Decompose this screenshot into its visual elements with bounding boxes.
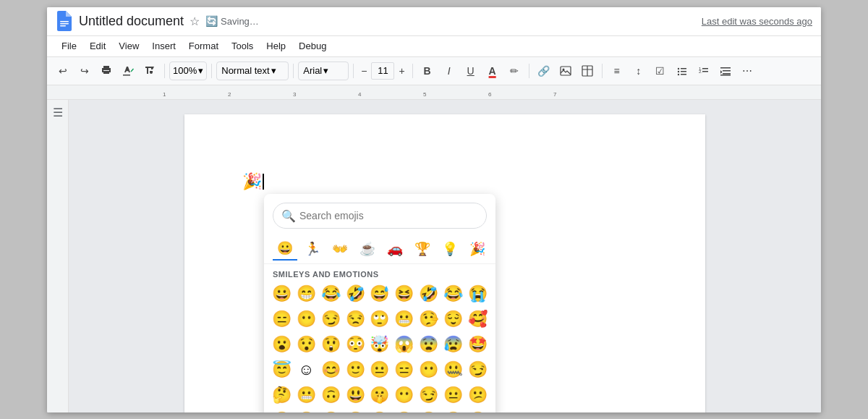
font-size-display[interactable]: 11 bbox=[371, 62, 394, 80]
emoji-cell[interactable]: 😒 bbox=[344, 307, 367, 331]
emoji-cell[interactable]: 😑 bbox=[392, 357, 416, 382]
emoji-cell[interactable]: 🤔 bbox=[270, 383, 294, 407]
emoji-cell[interactable]: 😯 bbox=[294, 332, 318, 357]
emoji-cell[interactable]: 😬 bbox=[392, 307, 416, 331]
emoji-cell[interactable]: 😆 bbox=[392, 282, 416, 306]
emoji-cell[interactable]: 😏 bbox=[319, 307, 343, 331]
emoji-cell[interactable]: 🤣 bbox=[417, 282, 441, 306]
emoji-cell[interactable]: 🤩 bbox=[466, 332, 490, 357]
emoji-cell[interactable]: 🤐 bbox=[441, 357, 465, 382]
emoji-cell[interactable]: 😲 bbox=[319, 332, 343, 357]
emoji-cell[interactable]: 😐 bbox=[368, 357, 392, 382]
emoji-cell[interactable]: 🙂 bbox=[344, 357, 367, 382]
emoji-cell[interactable]: 😕 bbox=[466, 383, 490, 407]
emoji-cell[interactable]: 😔 bbox=[319, 408, 343, 412]
document-page[interactable]: 🎉 🔍 😀 🏃 👐 ☕ bbox=[184, 114, 705, 412]
outline-icon[interactable]: ☰ bbox=[53, 106, 63, 119]
checklist-button[interactable]: ☑ bbox=[650, 61, 671, 81]
font-selector[interactable]: Arial ▾ bbox=[298, 62, 349, 80]
emoji-cell[interactable]: 😐 bbox=[441, 383, 465, 407]
spellcheck-button[interactable] bbox=[118, 61, 138, 81]
cat-gestures[interactable]: 👐 bbox=[328, 238, 352, 260]
more-options-button[interactable]: ⋯ bbox=[737, 61, 757, 81]
cat-food[interactable]: ☕ bbox=[355, 238, 380, 260]
emoji-cell[interactable]: 😀 bbox=[270, 282, 294, 306]
emoji-cell[interactable]: 😩 bbox=[466, 408, 490, 412]
menu-file[interactable]: File bbox=[56, 38, 82, 54]
menu-help[interactable]: Help bbox=[260, 38, 292, 54]
numbered-list-button[interactable]: 1.2. bbox=[694, 61, 714, 81]
emoji-cell[interactable]: 😂 bbox=[319, 282, 343, 306]
emoji-cell[interactable]: 😢 bbox=[294, 408, 318, 412]
bold-button[interactable]: B bbox=[417, 61, 438, 81]
document-area[interactable]: 🎉 🔍 😀 🏃 👐 ☕ bbox=[69, 100, 821, 412]
menu-view[interactable]: View bbox=[113, 38, 145, 54]
emoji-cell[interactable]: 😨 bbox=[417, 332, 441, 357]
emoji-cell[interactable]: 😌 bbox=[441, 307, 465, 331]
emoji-cell[interactable]: 🤯 bbox=[368, 332, 392, 357]
emoji-cell[interactable]: 😳 bbox=[344, 332, 367, 357]
print-button[interactable] bbox=[96, 61, 116, 81]
last-edit-text[interactable]: Last edit was seconds ago bbox=[702, 16, 812, 27]
emoji-cell[interactable]: 😮 bbox=[270, 332, 294, 357]
emoji-cell[interactable]: 😂 bbox=[441, 282, 465, 306]
image-button[interactable] bbox=[556, 61, 576, 81]
emoji-cell[interactable]: 😬 bbox=[294, 383, 318, 407]
line-spacing-button[interactable]: ↕ bbox=[629, 61, 649, 81]
font-size-plus[interactable]: + bbox=[396, 64, 407, 78]
emoji-cell[interactable]: ☺️ bbox=[294, 357, 318, 382]
zoom-selector[interactable]: 100% ▾ bbox=[169, 62, 207, 80]
emoji-cell[interactable]: 😑 bbox=[270, 307, 294, 331]
menu-tools[interactable]: Tools bbox=[226, 38, 259, 54]
emoji-cell[interactable]: 😶 bbox=[392, 383, 416, 407]
emoji-cell[interactable]: 🙄 bbox=[368, 307, 392, 331]
paint-format-button[interactable] bbox=[140, 61, 160, 81]
style-selector[interactable]: Normal text ▾ bbox=[216, 62, 289, 80]
emoji-cell[interactable]: 🥰 bbox=[466, 307, 490, 331]
emoji-cell[interactable]: 😏 bbox=[466, 357, 490, 382]
bullet-list-button[interactable] bbox=[672, 61, 692, 81]
cat-travel[interactable]: 🚗 bbox=[383, 238, 407, 260]
emoji-cell[interactable]: 😱 bbox=[392, 332, 416, 357]
emoji-cell[interactable]: 😅 bbox=[368, 282, 392, 306]
emoji-cell[interactable]: 😞 bbox=[368, 408, 392, 412]
highlight-button[interactable]: ✏ bbox=[504, 61, 524, 81]
font-size-minus[interactable]: − bbox=[358, 64, 370, 78]
emoji-cell[interactable]: 😣 bbox=[392, 408, 416, 412]
menu-insert[interactable]: Insert bbox=[146, 38, 182, 54]
cat-symbols[interactable]: 🎉 bbox=[465, 238, 490, 260]
emoji-cell[interactable]: 😇 bbox=[270, 357, 294, 382]
cat-activities[interactable]: 🏆 bbox=[410, 238, 435, 260]
menu-debug[interactable]: Debug bbox=[293, 38, 332, 54]
emoji-cell[interactable]: 😁 bbox=[294, 282, 318, 306]
emoji-cell[interactable]: 😮 bbox=[270, 408, 294, 412]
emoji-cell[interactable]: 😏 bbox=[417, 383, 441, 407]
emoji-cell[interactable]: 😟 bbox=[344, 408, 367, 412]
emoji-cell[interactable]: 😶 bbox=[294, 307, 318, 331]
indent-button[interactable] bbox=[715, 61, 736, 81]
emoji-cell[interactable]: 😖 bbox=[417, 408, 441, 412]
align-button[interactable]: ≡ bbox=[607, 61, 627, 81]
cat-objects[interactable]: 💡 bbox=[438, 238, 462, 260]
emoji-cell[interactable]: 🤫 bbox=[368, 383, 392, 407]
cat-people[interactable]: 🏃 bbox=[300, 238, 325, 260]
cat-smileys[interactable]: 😀 bbox=[273, 237, 297, 261]
star-icon[interactable]: ☆ bbox=[190, 14, 200, 28]
link-button[interactable]: 🔗 bbox=[534, 61, 554, 81]
emoji-cell[interactable]: 🤣 bbox=[344, 282, 367, 306]
emoji-cell[interactable]: 😭 bbox=[466, 282, 490, 306]
emoji-cell[interactable]: 🙃 bbox=[319, 383, 343, 407]
italic-button[interactable]: I bbox=[439, 61, 459, 81]
emoji-cell[interactable]: 😶 bbox=[417, 357, 441, 382]
document-title[interactable]: Untitled document bbox=[79, 14, 184, 29]
emoji-cell[interactable]: 😊 bbox=[319, 357, 343, 382]
emoji-cell[interactable]: 😫 bbox=[441, 408, 465, 412]
emoji-cell[interactable]: 😰 bbox=[441, 332, 465, 357]
menu-format[interactable]: Format bbox=[183, 38, 224, 54]
cat-flags[interactable]: 🚩 bbox=[493, 238, 495, 260]
emoji-cell[interactable]: 😃 bbox=[344, 383, 367, 407]
underline-button[interactable]: U bbox=[461, 61, 481, 81]
emoji-cell[interactable]: 🤥 bbox=[417, 307, 441, 331]
redo-button[interactable]: ↪ bbox=[75, 61, 95, 81]
font-color-button[interactable]: A bbox=[482, 61, 503, 81]
